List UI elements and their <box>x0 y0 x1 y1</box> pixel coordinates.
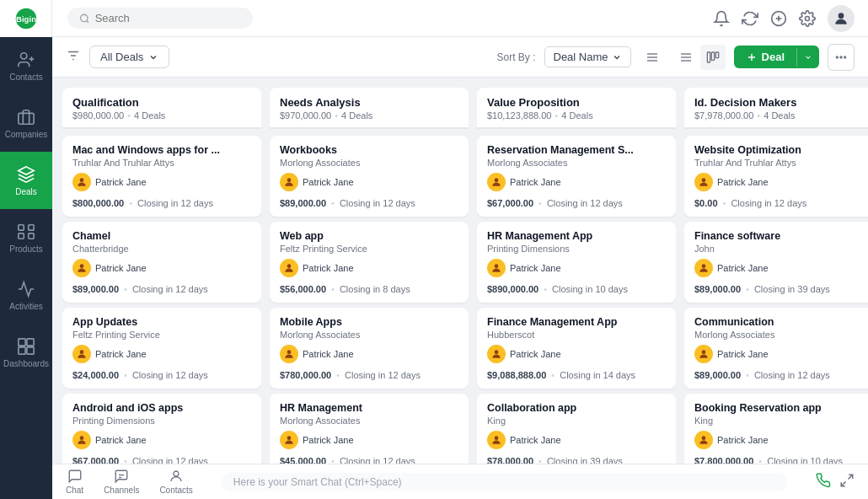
deal-amount: $9,088,888.00 <box>487 370 546 380</box>
sidebar-deals-label: Deals <box>15 187 37 196</box>
col-deals-count: 4 Deals <box>341 110 372 121</box>
svg-point-44 <box>495 178 499 182</box>
owner-avatar <box>694 431 713 449</box>
phone-icon[interactable] <box>816 473 831 491</box>
svg-rect-14 <box>29 233 34 238</box>
more-options-button[interactable] <box>828 44 855 71</box>
owner-avatar <box>280 173 298 191</box>
footer-dot: • <box>551 370 555 380</box>
owner-avatar <box>72 173 91 191</box>
footer-dot: • <box>331 456 335 464</box>
bell-icon[interactable] <box>713 10 730 27</box>
smart-chat-placeholder: Here is your Smart Chat (Ctrl+Space) <box>233 476 402 488</box>
expand-icon[interactable] <box>839 473 855 491</box>
deal-footer: $45,000.00 • Closing in 12 days <box>280 456 458 464</box>
deal-owner: Patrick Jane <box>72 259 251 277</box>
svg-point-43 <box>287 436 292 440</box>
col-title: Needs Analysis <box>280 96 458 109</box>
closing-text: Closing in 12 days <box>547 198 623 208</box>
user-avatar[interactable] <box>828 5 855 32</box>
deal-amount: $800,000.00 <box>72 198 124 208</box>
svg-text:Bigin: Bigin <box>15 14 35 24</box>
col-title: Id. Decision Makers <box>694 96 868 109</box>
sidebar-item-dashboards[interactable]: Dashboards <box>0 324 52 381</box>
settings-icon[interactable] <box>799 10 816 27</box>
list-view-btn[interactable] <box>673 45 699 70</box>
closing-text: Closing in 12 days <box>137 198 213 208</box>
closing-text: Closing in 39 days <box>754 284 830 294</box>
svg-point-51 <box>702 436 706 440</box>
deal-company: Printing Dimensions <box>487 244 666 254</box>
sidebar-item-contacts[interactable]: Contacts <box>0 37 52 94</box>
deal-card[interactable]: Collaboration app King Patrick Jane $78,… <box>477 394 676 464</box>
deal-company: Feltz Printing Service <box>280 244 458 254</box>
deal-card[interactable]: Android and iOS apps Printing Dimensions… <box>62 394 261 464</box>
col-cards-needs-analysis: Workbooks Morlong Associates Patrick Jan… <box>270 136 469 464</box>
deal-title: Workbooks <box>280 144 458 156</box>
add-deal-dropdown-arrow[interactable] <box>796 48 819 67</box>
plus-circle-icon[interactable] <box>770 10 787 27</box>
sidebar-item-deals[interactable]: Deals <box>0 152 52 209</box>
svg-point-40 <box>287 178 292 182</box>
deal-card[interactable]: Chamel Chatterbridge Patrick Jane $89,00… <box>62 222 261 303</box>
deal-amount: $7,800,000.00 <box>694 456 753 464</box>
deal-card[interactable]: App Updates Feltz Printing Service Patri… <box>62 308 261 389</box>
deal-card[interactable]: Booking Reservation app King Patrick Jan… <box>684 394 868 464</box>
deal-card[interactable]: Mac and Windows apps for ... Truhlar And… <box>62 136 261 217</box>
deal-owner: Patrick Jane <box>72 345 251 363</box>
deal-footer: $0.00 • Closing in 12 days <box>694 198 868 208</box>
deal-card[interactable]: HR Management App Printing Dimensions Pa… <box>477 222 676 303</box>
deal-card[interactable]: Finance Management App Hubberscot Patric… <box>477 308 676 389</box>
deal-title: Mobile Apps <box>280 316 458 328</box>
deal-card[interactable]: HR Management Morlong Associates Patrick… <box>270 394 469 464</box>
search-bar[interactable] <box>67 8 253 29</box>
sort-select[interactable]: Deal Name <box>544 46 631 67</box>
sidebar-contacts-label: Contacts <box>9 72 42 82</box>
add-deal-main[interactable]: Deal <box>734 46 796 68</box>
topbar-actions <box>713 5 855 32</box>
sort-options-icon[interactable] <box>640 45 665 70</box>
owner-name: Patrick Jane <box>510 263 561 273</box>
deal-card[interactable]: Mobile Apps Morlong Associates Patrick J… <box>270 308 469 389</box>
deal-title: HR Management <box>280 402 458 414</box>
deal-card[interactable]: Workbooks Morlong Associates Patrick Jan… <box>270 136 469 217</box>
kanban-view-btn[interactable] <box>700 45 726 70</box>
deal-title: Chamel <box>72 230 251 242</box>
owner-avatar <box>72 259 91 277</box>
svg-point-49 <box>702 264 706 268</box>
owner-name: Patrick Jane <box>303 263 354 273</box>
search-input[interactable] <box>95 12 241 24</box>
chevron-down-icon <box>148 52 158 62</box>
filter-icon[interactable] <box>66 48 81 67</box>
svg-point-52 <box>174 471 179 476</box>
deal-card[interactable]: Reservation Management S... Morlong Asso… <box>477 136 676 217</box>
deal-footer: $800,000.00 • Closing in 12 days <box>72 198 251 208</box>
bottombar-chat[interactable]: Chat <box>66 469 83 495</box>
deal-footer: $780,000.00 • Closing in 12 days <box>280 370 458 380</box>
deal-title: HR Management App <box>487 230 666 242</box>
owner-name: Patrick Jane <box>95 177 147 187</box>
add-deal-button[interactable]: Deal <box>734 46 819 68</box>
sidebar-item-activities[interactable]: Activities <box>0 266 52 324</box>
deal-card[interactable]: Finance software John Patrick Jane $89,0… <box>684 222 868 303</box>
footer-dot: • <box>124 456 127 464</box>
bigin-logo-icon: Bigin <box>14 7 38 30</box>
owner-avatar <box>487 345 506 363</box>
sidebar-item-companies[interactable]: Companies <box>0 94 52 152</box>
sidebar-item-products[interactable]: Products <box>0 209 52 266</box>
footer-dot: • <box>746 370 749 380</box>
deal-card[interactable]: Communication Morlong Associates Patrick… <box>684 308 868 389</box>
deal-company: Morlong Associates <box>280 416 458 426</box>
footer-dot: • <box>129 198 132 208</box>
smart-chat-input[interactable]: Here is your Smart Chat (Ctrl+Space) <box>222 473 787 491</box>
deal-card[interactable]: Website Optimization Truhlar And Truhlar… <box>684 136 868 217</box>
bottombar-channels[interactable]: Channels <box>104 469 139 495</box>
col-title: Qualification <box>72 96 251 109</box>
deal-card[interactable]: Web app Feltz Printing Service Patrick J… <box>270 222 469 303</box>
col-meta: $7,978,000.00 • 4 Deals <box>694 110 868 121</box>
bottombar-contacts[interactable]: Contacts <box>159 469 192 495</box>
all-deals-dropdown[interactable]: All Deals <box>89 46 169 68</box>
main-content: All Deals Sort By : Deal Name <box>52 37 868 499</box>
refresh-icon[interactable] <box>742 10 758 27</box>
deal-owner: Patrick Jane <box>280 259 458 277</box>
